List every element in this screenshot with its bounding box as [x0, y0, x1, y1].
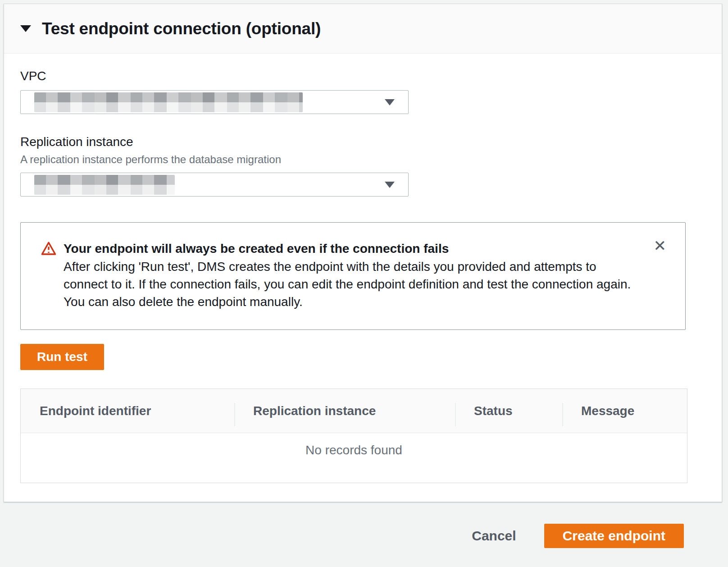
- warning-triangle-icon: [41, 241, 56, 256]
- form-footer: Cancel Create endpoint: [0, 502, 728, 548]
- column-header-status: Status: [455, 389, 562, 433]
- alert-title: Your endpoint will always be created eve…: [64, 240, 640, 257]
- vpc-selected-value-redacted: [34, 92, 303, 112]
- vpc-select[interactable]: [20, 90, 409, 114]
- column-header-replication-instance: Replication instance: [234, 389, 455, 433]
- vpc-label: VPC: [20, 69, 686, 83]
- alert-body: After clicking 'Run test', DMS creates t…: [64, 258, 640, 311]
- test-results-table: Endpoint identifier Replication instance…: [20, 389, 687, 483]
- replication-instance-selected-value-redacted: [34, 175, 175, 195]
- collapse-triangle-icon[interactable]: [20, 25, 31, 32]
- replication-instance-select[interactable]: [20, 173, 409, 197]
- table-header-row: Endpoint identifier Replication instance…: [21, 389, 687, 433]
- replication-instance-caret-down-icon: [385, 182, 395, 188]
- section-title: Test endpoint connection (optional): [42, 19, 321, 38]
- replication-instance-label: Replication instance: [20, 135, 686, 149]
- run-test-button[interactable]: Run test: [20, 344, 104, 370]
- section-header[interactable]: Test endpoint connection (optional): [4, 4, 722, 54]
- cancel-button[interactable]: Cancel: [472, 528, 516, 544]
- warning-alert: Your endpoint will always be created eve…: [20, 222, 686, 330]
- vpc-caret-down-icon: [385, 99, 395, 105]
- alert-text-block: Your endpoint will always be created eve…: [64, 240, 640, 311]
- test-endpoint-connection-panel: Test endpoint connection (optional) VPC …: [4, 4, 722, 502]
- table-empty-state: No records found: [21, 433, 687, 483]
- column-header-endpoint-identifier: Endpoint identifier: [21, 389, 234, 433]
- column-header-message: Message: [562, 389, 687, 433]
- replication-instance-description: A replication instance performs the data…: [20, 153, 686, 166]
- alert-close-icon[interactable]: ✕: [654, 238, 667, 253]
- create-endpoint-button[interactable]: Create endpoint: [544, 524, 684, 548]
- section-body: VPC Replication instance A replication i…: [4, 54, 722, 502]
